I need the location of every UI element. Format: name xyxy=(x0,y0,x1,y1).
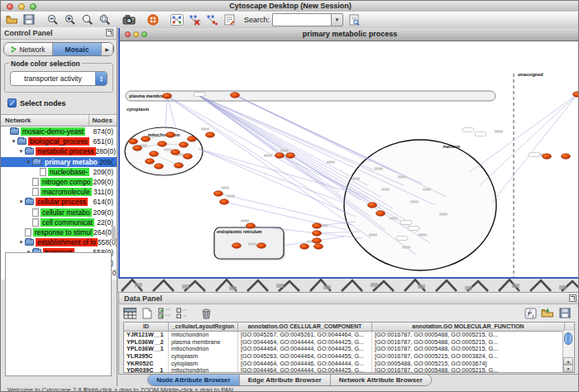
tab-network-attribute-browser[interactable]: Network Attribute Browser xyxy=(331,375,431,385)
search-options-icon[interactable] xyxy=(347,13,361,26)
scrollbar-thumb[interactable] xyxy=(564,332,572,345)
network-canvas[interactable]: plasma membrane cytoplasm mitochondrion … xyxy=(120,41,578,277)
cytopanel-wheel-icon[interactable] xyxy=(146,13,160,26)
table-row[interactable]: YDR039C__1mitochondrion[GO:0044464, GO:0… xyxy=(124,367,574,373)
network-node[interactable] xyxy=(206,132,215,137)
network-node[interactable] xyxy=(314,244,323,249)
network-node[interactable] xyxy=(155,164,164,169)
scroll-down-button[interactable]: ▼ xyxy=(563,365,573,372)
save-icon[interactable] xyxy=(22,13,36,26)
disclosure-triangle[interactable]: ▼ xyxy=(25,160,32,165)
export-attributes-icon[interactable] xyxy=(558,307,572,320)
zoom-out-icon[interactable] xyxy=(46,13,60,26)
tree-row[interactable]: cell communicat22(0) xyxy=(1,218,117,227)
network-node[interactable] xyxy=(171,150,180,155)
network-node[interactable] xyxy=(313,223,322,228)
zoom-region-icon[interactable] xyxy=(98,13,112,26)
tree-row[interactable]: nitrogen compo209(0) xyxy=(1,177,117,187)
open-icon[interactable] xyxy=(5,13,18,26)
network-node[interactable] xyxy=(232,243,242,248)
tree-row[interactable]: response to stimul264(0) xyxy=(1,227,117,237)
column-header[interactable]: _cellularLayoutRegion xyxy=(169,323,238,331)
column-header[interactable]: ID xyxy=(124,323,169,331)
column-header[interactable]: annotation.GO MOLECULAR_FUNCTION xyxy=(372,323,565,331)
select-nodes-checkbox[interactable]: ✓ xyxy=(7,98,17,108)
annotation-icon[interactable] xyxy=(223,13,236,26)
scroll-up-button[interactable]: ▲ xyxy=(563,357,573,365)
disclosure-triangle[interactable]: ▼ xyxy=(17,199,25,204)
network-node[interactable] xyxy=(166,132,175,137)
network-node[interactable] xyxy=(300,244,309,249)
function-builder-icon[interactable]: x xyxy=(524,307,537,320)
network-node[interactable] xyxy=(246,223,256,228)
tab-edge-attribute-browser[interactable]: Edge Attribute Browser xyxy=(240,375,331,385)
network-node[interactable] xyxy=(175,163,184,168)
network-view-icon[interactable] xyxy=(170,13,184,26)
white-label-node[interactable] xyxy=(194,93,205,97)
table-row[interactable]: YPL036W__2plasma membrane[GO:0044464, GO… xyxy=(124,339,574,347)
tree-row[interactable]: macromolecule311(0) xyxy=(1,187,117,197)
network-node[interactable] xyxy=(220,199,229,204)
white-label-node[interactable] xyxy=(408,227,419,231)
tree-row[interactable]: cellular metabo209(0) xyxy=(1,208,117,218)
tree-row[interactable]: nucleobase-209(0) xyxy=(1,167,117,177)
network-node[interactable] xyxy=(179,142,189,147)
tab-overflow-arrow[interactable]: ▶ xyxy=(102,43,113,55)
disclosure-triangle[interactable]: ▼ xyxy=(10,139,17,144)
table-row[interactable]: YJR121W__1mitochondrion[GO:0045267, GO:0… xyxy=(124,332,574,339)
network-node[interactable] xyxy=(368,203,377,208)
table-row[interactable]: YLR295Ccytoplasm[GO:0045263, GO:0044464,… xyxy=(124,353,574,361)
network-node[interactable] xyxy=(188,136,197,141)
network-node[interactable] xyxy=(129,139,138,144)
network-node[interactable] xyxy=(257,243,266,248)
network-node[interactable] xyxy=(133,146,142,151)
network-node[interactable] xyxy=(163,93,172,98)
float-panel-icon[interactable] xyxy=(106,29,113,36)
network-node[interactable] xyxy=(158,141,167,146)
attribute-table-header[interactable]: ID_cellularLayoutRegionannotation.GO CEL… xyxy=(124,323,574,332)
network-node[interactable] xyxy=(543,154,552,159)
table-row[interactable]: YPL036W__1mitochondrion[GO:0044464, GO:0… xyxy=(124,346,574,353)
destroy-view-icon[interactable] xyxy=(205,13,218,26)
select-attributes-icon[interactable] xyxy=(123,307,136,320)
network-node[interactable] xyxy=(286,153,295,158)
tree-row[interactable]: ▼metabolic process280(0) xyxy=(1,146,117,156)
network-node[interactable] xyxy=(376,211,385,216)
tab-node-attribute-browser[interactable]: Node Attribute Browser xyxy=(148,375,240,385)
disclosure-triangle[interactable]: ▼ xyxy=(17,240,25,245)
network-node[interactable] xyxy=(150,151,159,156)
attribute-table[interactable]: ID_cellularLayoutRegionannotation.GO CEL… xyxy=(123,322,575,373)
tab-mosaic[interactable]: Mosaic xyxy=(53,43,102,55)
network-node[interactable] xyxy=(231,93,240,98)
disclosure-triangle[interactable]: ▼ xyxy=(17,149,25,154)
network-node[interactable] xyxy=(141,136,151,141)
zoom-fit-icon[interactable] xyxy=(81,13,94,26)
snapshot-camera-icon[interactable] xyxy=(122,13,136,26)
destroy-network-icon[interactable] xyxy=(188,13,201,26)
tab-network[interactable]: Network xyxy=(4,43,53,55)
white-label-node[interactable] xyxy=(396,237,408,241)
network-node[interactable] xyxy=(146,159,155,164)
table-row[interactable]: YKR052Ccytoplasm[GO:0044464, GO:0044446,… xyxy=(124,361,574,368)
search-dropdown-button[interactable]: ▼ xyxy=(331,13,343,26)
tree-row[interactable]: ▼biological_process651(0) xyxy=(1,136,117,146)
tree-row[interactable]: ▼primary metabo209(... xyxy=(1,157,117,167)
network-node[interactable] xyxy=(275,153,285,158)
node-color-dropdown[interactable]: transporter activity ▲▼ xyxy=(10,71,108,86)
tree-row[interactable]: ▼cellular process614(0) xyxy=(1,197,117,207)
network-node[interactable] xyxy=(184,154,193,159)
white-label-node[interactable] xyxy=(462,128,474,132)
white-label-node[interactable] xyxy=(475,132,486,136)
tree-row[interactable]: mosaic-demo-yeast874(0) xyxy=(1,127,117,136)
network-node[interactable] xyxy=(313,238,322,243)
import-attributes-icon[interactable] xyxy=(541,307,554,320)
network-node[interactable] xyxy=(313,231,322,236)
zoom-in-icon[interactable] xyxy=(64,13,77,26)
attribute-select-matrix-icon[interactable] xyxy=(158,307,171,320)
attribute-unselect-matrix-icon[interactable] xyxy=(175,307,189,320)
network-node[interactable] xyxy=(573,92,579,97)
tree-scrollbar-thumb[interactable] xyxy=(112,226,116,241)
network-node[interactable] xyxy=(562,154,571,159)
table-vertical-scrollbar[interactable]: ▲ ▼ xyxy=(562,331,574,372)
tree-row[interactable]: ▼establishment of lo558(0) xyxy=(1,237,117,247)
